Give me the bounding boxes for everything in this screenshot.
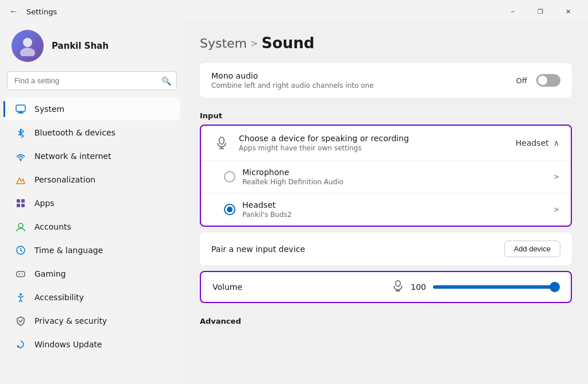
- microphone-radio[interactable]: [224, 171, 235, 183]
- sidebar-item-bluetooth-label: Bluetooth & devices: [34, 128, 115, 137]
- pair-label: Pair a new input device: [211, 245, 305, 254]
- svg-point-17: [20, 293, 22, 296]
- headset-description: Pankil's Buds2: [242, 211, 292, 219]
- bluetooth-icon: [15, 127, 26, 138]
- add-device-button[interactable]: Add device: [504, 241, 560, 257]
- choose-device-row[interactable]: Choose a device for speaking or recordin…: [201, 126, 571, 160]
- svg-rect-4: [17, 113, 24, 114]
- mono-audio-toggle-group: Off: [516, 74, 560, 87]
- device-item-microphone[interactable]: Microphone Realtek High Definition Audio…: [201, 160, 571, 193]
- headset-radio-inner: [227, 207, 233, 212]
- sidebar-item-system-label: System: [34, 104, 64, 114]
- system-icon: [15, 103, 26, 115]
- device-item-microphone-left: Microphone Realtek High Definition Audio: [224, 168, 343, 186]
- sidebar-item-system[interactable]: System: [3, 98, 180, 121]
- mono-audio-toggle-label: Off: [516, 76, 527, 85]
- svg-point-0: [23, 38, 32, 47]
- sidebar-item-network-label: Network & internet: [34, 152, 111, 161]
- choose-device-title: Choose a device for speaking or recordin…: [239, 134, 409, 143]
- sidebar-item-accounts[interactable]: Accounts: [3, 215, 180, 238]
- sidebar-nav: System Bluetooth & devices: [0, 97, 184, 356]
- titlebar-title: Settings: [26, 7, 57, 16]
- mono-audio-text: Mono audio Combine left and right audio …: [211, 71, 374, 90]
- toggle-track: [536, 74, 560, 87]
- sidebar-item-gaming[interactable]: Gaming: [3, 262, 180, 285]
- volume-slider[interactable]: [433, 285, 559, 289]
- search-input[interactable]: [7, 71, 177, 90]
- mono-audio-subtitle: Combine left and right audio channels in…: [211, 82, 374, 90]
- titlebar: ← Settings − ❐ ✕: [0, 0, 588, 21]
- choose-device-left: Choose a device for speaking or recordin…: [212, 134, 409, 152]
- sidebar-item-apps-label: Apps: [34, 199, 55, 208]
- maximize-button[interactable]: ❐: [527, 3, 554, 20]
- content-area: System > Sound Mono audio Combine left a…: [184, 21, 588, 384]
- volume-mic-icon: [392, 280, 404, 294]
- sidebar-item-network[interactable]: Network & internet: [3, 145, 180, 168]
- choose-device-card: Choose a device for speaking or recordin…: [200, 125, 572, 227]
- close-button[interactable]: ✕: [555, 3, 581, 20]
- toggle-thumb: [538, 76, 547, 85]
- svg-rect-22: [396, 281, 400, 286]
- breadcrumb-current: Sound: [261, 34, 314, 52]
- volume-thumb[interactable]: [550, 282, 560, 292]
- titlebar-left: ← Settings: [7, 4, 57, 19]
- sidebar-item-gaming-label: Gaming: [34, 269, 66, 278]
- volume-number: 100: [411, 282, 426, 292]
- svg-point-6: [20, 160, 21, 161]
- microphone-description: Realtek High Definition Audio: [242, 178, 343, 186]
- headset-info: Headset Pankil's Buds2: [242, 200, 292, 219]
- mic-icon: [212, 134, 231, 152]
- sidebar-item-bluetooth[interactable]: Bluetooth & devices: [3, 121, 180, 144]
- microphone-info: Microphone Realtek High Definition Audio: [242, 168, 343, 186]
- choose-device-subtitle: Apps might have their own settings: [239, 144, 409, 152]
- minimize-button[interactable]: −: [500, 3, 526, 20]
- volume-right: 100: [392, 280, 559, 294]
- sidebar-item-accessibility[interactable]: Accessibility: [3, 286, 180, 309]
- sidebar-profile: Pankil Shah: [0, 21, 184, 71]
- mono-audio-card: Mono audio Combine left and right audio …: [200, 63, 572, 98]
- volume-label: Volume: [212, 282, 242, 292]
- sidebar-item-personalization-label: Personalization: [34, 175, 95, 184]
- mono-audio-row: Mono audio Combine left and right audio …: [200, 63, 572, 98]
- headset-name: Headset: [242, 200, 292, 210]
- microphone-name: Microphone: [242, 168, 343, 177]
- sidebar-item-time-label: Time & language: [34, 246, 103, 255]
- mono-audio-toggle[interactable]: [536, 74, 560, 87]
- sidebar-item-accessibility-label: Accessibility: [34, 293, 84, 302]
- headset-radio[interactable]: [224, 204, 235, 215]
- sidebar-item-privacy[interactable]: Privacy & security: [3, 309, 180, 332]
- microphone-chevron-icon: >: [554, 173, 559, 181]
- volume-fill: [433, 285, 555, 289]
- accessibility-icon: [15, 292, 26, 303]
- headset-chevron-icon: >: [554, 205, 559, 214]
- sidebar-item-time[interactable]: Time & language: [3, 239, 180, 262]
- choose-device-right: Headset ∧: [516, 138, 559, 148]
- breadcrumb-parent: System: [200, 36, 247, 51]
- svg-rect-13: [17, 271, 25, 277]
- chevron-up-icon: ∧: [554, 138, 559, 148]
- svg-point-11: [18, 223, 23, 228]
- svg-point-16: [22, 274, 23, 275]
- search-box: 🔍: [7, 71, 177, 90]
- svg-rect-7: [17, 199, 20, 203]
- app-body: Pankil Shah 🔍 System: [0, 21, 588, 384]
- search-icon: 🔍: [161, 76, 171, 86]
- sidebar-item-accounts-label: Accounts: [34, 222, 71, 231]
- advanced-section-header: Advanced: [200, 309, 572, 330]
- device-item-headset[interactable]: Headset Pankil's Buds2 >: [201, 193, 571, 226]
- sidebar-item-update[interactable]: Windows Update: [3, 333, 180, 356]
- mono-audio-left: Mono audio Combine left and right audio …: [211, 71, 374, 90]
- mono-audio-title: Mono audio: [211, 71, 374, 80]
- volume-card: Volume 100: [200, 271, 572, 303]
- svg-rect-19: [219, 137, 224, 144]
- sidebar-item-apps[interactable]: Apps: [3, 192, 180, 215]
- apps-icon: [15, 197, 26, 209]
- sidebar: Pankil Shah 🔍 System: [0, 21, 184, 384]
- gaming-icon: [15, 268, 26, 280]
- profile-name: Pankil Shah: [52, 41, 109, 51]
- back-button[interactable]: ←: [7, 4, 21, 19]
- choose-device-text: Choose a device for speaking or recordin…: [239, 134, 409, 152]
- sidebar-item-personalization[interactable]: Personalization: [3, 168, 180, 191]
- sidebar-item-privacy-label: Privacy & security: [34, 316, 107, 325]
- sidebar-item-update-label: Windows Update: [34, 340, 102, 349]
